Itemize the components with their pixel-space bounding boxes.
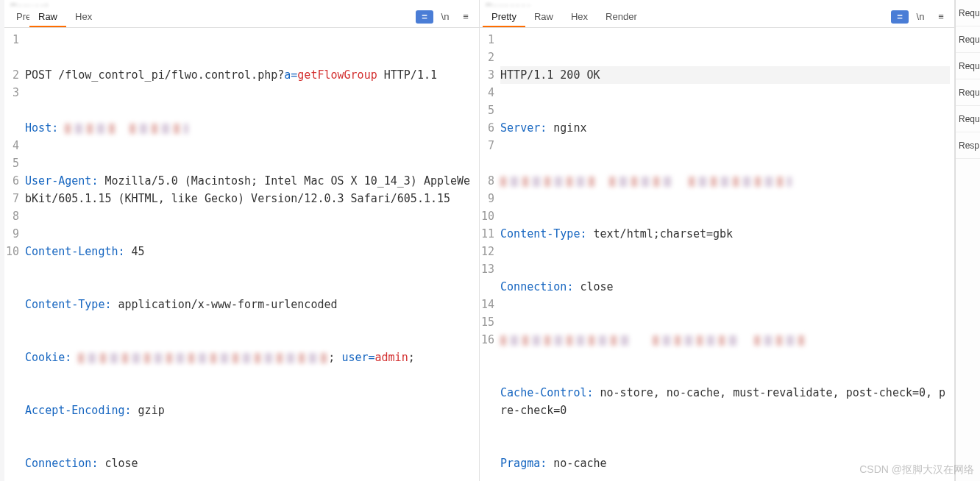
side-item[interactable]: Requ <box>956 0 980 26</box>
wrap-icon[interactable]: \n <box>436 10 454 24</box>
request-editor[interactable]: 1 23 45678910 POST /flow_control_pi/flwo… <box>4 28 479 481</box>
resp-header-content-type: Content-Type <box>500 227 580 240</box>
header-host: Host <box>25 121 52 135</box>
response-line-gutter: 1234567 8910111213 141516 <box>480 28 499 481</box>
side-item[interactable]: Requ <box>956 106 980 132</box>
inspector-strip: Requ Requ Requ Requ Requ Resp <box>955 0 980 481</box>
wrap-icon-resp[interactable]: \n <box>912 10 929 24</box>
resp-header-pragma: Pragma <box>500 457 540 470</box>
view-toggle-icon-resp[interactable]: = <box>891 10 909 24</box>
header-cookie: Cookie <box>25 351 65 364</box>
request-tabbar: Pretty Raw Hex = \n ≡ <box>4 6 479 28</box>
tab-pretty-resp[interactable]: Pretty <box>483 7 525 27</box>
response-title: Response <box>480 0 954 6</box>
tab-raw-resp[interactable]: Raw <box>525 7 562 27</box>
header-connection: Connection <box>25 457 91 470</box>
status-line: HTTP/1.1 200 OK <box>500 68 600 82</box>
resp-header-server: Server <box>500 121 540 135</box>
response-panel: Response Pretty Raw Hex Render = \n ≡ 12… <box>480 0 955 481</box>
response-editor[interactable]: 1234567 8910111213 141516 HTTP/1.1 200 O… <box>480 28 954 481</box>
header-content-length: Content-Length <box>25 245 118 258</box>
side-item[interactable]: Requ <box>956 26 980 53</box>
request-title: Request <box>4 0 479 6</box>
tab-render-resp[interactable]: Render <box>597 7 646 27</box>
resp-header-connection: Connection <box>500 280 567 293</box>
side-item[interactable]: Requ <box>956 79 980 106</box>
header-user-agent: User-Agent <box>25 174 91 188</box>
tab-hex-resp[interactable]: Hex <box>562 7 597 27</box>
side-item[interactable]: Resp <box>956 132 980 159</box>
side-item[interactable]: Requ <box>956 53 980 79</box>
tab-raw[interactable]: Raw <box>29 7 66 27</box>
tab-hex[interactable]: Hex <box>66 7 101 27</box>
header-accept-encoding: Accept-Encoding <box>25 404 124 417</box>
tab-pretty[interactable]: Pretty <box>7 7 29 27</box>
menu-icon[interactable]: ≡ <box>457 10 475 24</box>
resp-header-cache-control: Cache-Control <box>500 386 586 399</box>
menu-icon-resp[interactable]: ≡ <box>932 10 950 24</box>
http-method: POST <box>25 68 52 82</box>
response-tabbar: Pretty Raw Hex Render = \n ≡ <box>480 6 954 28</box>
request-code[interactable]: POST /flow_control_pi/flwo.control.php?a… <box>24 28 479 481</box>
header-content-type: Content-Type <box>25 298 104 311</box>
response-code[interactable]: HTTP/1.1 200 OK Server: nginx Content-Ty… <box>499 28 954 481</box>
request-line-gutter: 1 23 45678910 <box>4 28 24 481</box>
request-panel: Request Pretty Raw Hex = \n ≡ 1 23 45678… <box>4 0 480 481</box>
view-toggle-icon[interactable]: = <box>416 10 433 24</box>
